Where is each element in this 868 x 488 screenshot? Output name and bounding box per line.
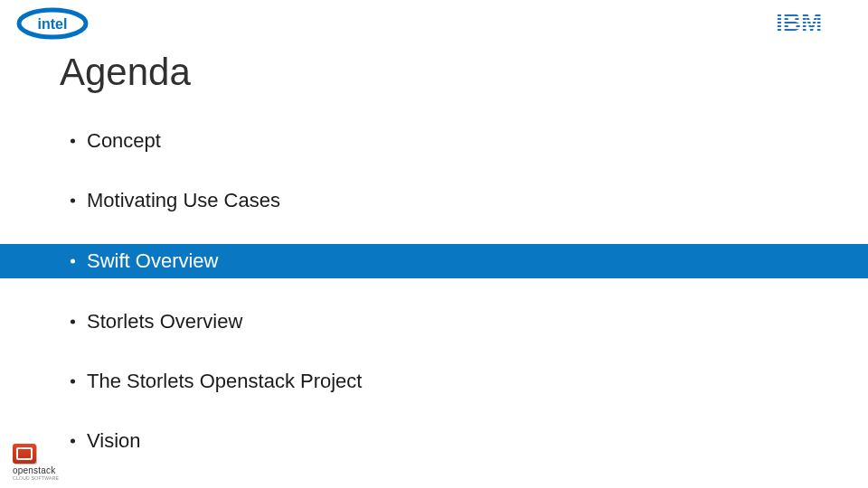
agenda-item: The Storlets Openstack Project bbox=[0, 365, 868, 398]
bullet-dot-icon bbox=[71, 439, 75, 444]
agenda-list: Concept Motivating Use Cases Swift Overv… bbox=[0, 125, 868, 484]
page-title: Agenda bbox=[60, 51, 191, 94]
agenda-item-label: Swift Overview bbox=[87, 249, 218, 273]
bullet-dot-icon bbox=[71, 199, 75, 203]
intel-logo: intel bbox=[16, 5, 89, 42]
agenda-item-label: Concept bbox=[87, 129, 161, 153]
ibm-logo-text: IBM bbox=[776, 8, 822, 36]
agenda-item-label: Storlets Overview bbox=[87, 310, 242, 333]
intel-logo-text: intel bbox=[38, 16, 68, 32]
agenda-item: Motivating Use Cases bbox=[0, 184, 868, 217]
bullet-dot-icon bbox=[71, 320, 75, 324]
agenda-item: Concept bbox=[0, 125, 868, 157]
agenda-item-current: Swift Overview bbox=[0, 244, 868, 278]
agenda-item-label: Vision bbox=[87, 429, 141, 453]
ibm-logo: IBM bbox=[776, 7, 848, 38]
agenda-item-label: The Storlets Openstack Project bbox=[87, 370, 362, 393]
agenda-item-label: Motivating Use Cases bbox=[87, 189, 280, 212]
agenda-item: Storlets Overview bbox=[0, 305, 868, 338]
agenda-item: Vision bbox=[0, 425, 868, 457]
bullet-dot-icon bbox=[71, 139, 75, 144]
bullet-dot-icon bbox=[71, 380, 75, 384]
bullet-dot-icon bbox=[71, 259, 75, 264]
